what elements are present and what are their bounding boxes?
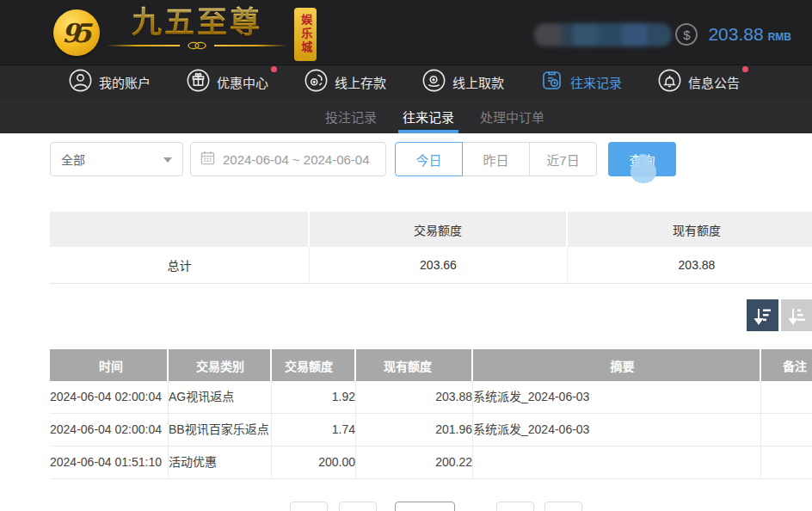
type-select-value: 全部 [61,151,85,168]
col-header-note: 备注 [761,349,812,381]
nav-item-announcements[interactable]: 信息公告 [658,69,740,95]
summary-header-trade: 交易额度 [310,212,568,247]
col-header-time: 时间 [50,349,169,381]
withdraw-icon [422,69,452,95]
summary-total-trade: 203.66 [310,247,568,283]
logo-monogram: 95 [62,18,92,48]
col-header-type: 交易类别 [169,349,272,381]
notification-dot [742,66,748,72]
pagination-first-button[interactable] [290,502,328,511]
user-icon [69,69,99,95]
page: 95 九五至尊 娱乐城 $ 203.88 RMB [0,0,812,511]
last7days-button[interactable]: 近7日 [529,142,597,176]
col-header-summary: 摘要 [473,349,761,381]
yesterday-button[interactable]: 昨日 [462,142,530,176]
nav-item-deposit[interactable]: 线上存款 [304,69,386,95]
logo-95-icon: 95 [53,9,100,56]
summary-total-row: 总计 203.66 203.88 [50,247,812,284]
summary-header-blank [50,212,310,247]
summary-header-row: 交易额度 现有额度 [50,212,812,247]
site-title: 九五至尊 [132,6,262,40]
nav-item-my-account[interactable]: 我的账户 [69,69,151,95]
touch-cursor-icon [631,161,656,183]
dollar-coin-icon: $ [675,23,698,46]
pagination-prev-button[interactable] [339,502,377,511]
records-table: 时间 交易类别 交易额度 现有额度 摘要 备注 2024-06-04 02:00… [50,349,812,479]
summary-total-label: 总计 [50,247,310,283]
date-range-picker[interactable]: 2024-06-04 ~ 2024-06-04 [190,142,386,176]
main-navbar: 我的账户 优惠中心 线上存款 [0,65,812,99]
deposit-icon [304,69,335,95]
username-redacted[interactable] [534,23,672,46]
summary-header-balance: 现有额度 [568,212,812,247]
today-button[interactable]: 今日 [395,142,463,176]
col-header-trade: 交易额度 [272,349,356,381]
query-button[interactable]: 查询 [608,142,676,176]
records-header-row: 时间 交易类别 交易额度 现有额度 摘要 备注 [50,349,812,381]
summary-table: 交易额度 现有额度 总计 203.66 203.88 [50,212,812,284]
sort-ascending-button[interactable] [781,299,812,331]
gift-icon [187,69,217,95]
sort-desc-icon [753,305,773,326]
type-select[interactable]: 全部 [50,142,183,176]
pagination-next-button[interactable] [496,502,534,511]
sort-asc-icon [787,305,808,326]
balance-currency: RMB [768,31,791,43]
summary-total-balance: 203.88 [568,247,812,283]
notification-dot [271,66,277,72]
quick-date-group: 今日 昨日 近7日 [395,142,597,176]
logo-flourish-icon [107,41,287,50]
sort-controls [747,299,812,331]
calendar-icon [200,150,223,169]
top-header: 95 九五至尊 娱乐城 $ 203.88 RMB [0,0,812,65]
sub-navbar: 投注记录 往来记录 处理中订单 [0,99,812,133]
tab-betting-records[interactable]: 投注记录 [325,99,377,133]
filter-bar: 全部 2024-06-04 ~ 2024-06-04 今日 昨日 近7日 查询 [50,142,676,176]
balance-amount: 203.88 [708,24,763,45]
chevron-down-icon [163,157,172,163]
nav-item-transaction-records[interactable]: 往来记录 [540,69,622,95]
table-row[interactable]: 2024-06-04 02:00:04 BB视讯百家乐返点 1.74 201.9… [50,414,812,446]
pagination-last-button[interactable] [544,502,582,511]
table-row[interactable]: 2024-06-04 01:51:10 活动优惠 200.00 200.22 [50,446,812,479]
active-tab-underline [398,130,458,133]
logo-badge: 娱乐城 [294,8,317,61]
bell-icon [658,69,688,95]
sort-descending-button[interactable] [747,299,778,331]
tab-processing-orders[interactable]: 处理中订单 [480,99,544,133]
records-icon [540,69,570,95]
site-logo[interactable]: 95 九五至尊 娱乐城 [53,6,317,61]
nav-item-promotions[interactable]: 优惠中心 [187,69,268,95]
pagination [0,502,812,511]
tab-transaction-records[interactable]: 往来记录 [403,99,454,133]
col-header-balance: 现有额度 [356,349,473,381]
nav-item-withdraw[interactable]: 线上取款 [422,69,504,95]
balance-display[interactable]: $ 203.88 RMB [675,23,791,46]
pagination-page-select[interactable] [395,502,455,511]
date-range-value: 2024-06-04 ~ 2024-06-04 [223,152,370,167]
table-row[interactable]: 2024-06-04 02:00:04 AG视讯返点 1.92 203.88 系… [50,381,812,414]
